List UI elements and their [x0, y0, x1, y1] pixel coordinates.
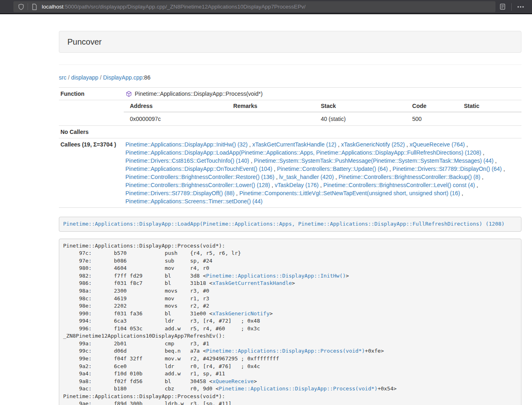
value-remarks	[227, 112, 315, 125]
callee-link[interactable]: xTaskGenericNotify (252)	[341, 141, 405, 148]
function-row: Function Pinetime::Applications::Display…	[59, 88, 521, 100]
header-divider	[59, 65, 521, 65]
function-info-table: Function Pinetime::Applications::Display…	[59, 87, 521, 208]
breadcrumb-separator: /	[68, 74, 70, 81]
callee-link[interactable]: vTaskDelay (176)	[275, 182, 319, 188]
function-name: Pinetime::Applications::DisplayApp::Proc…	[135, 90, 263, 98]
page-info-icon[interactable]	[32, 4, 37, 10]
snippet-link[interactable]: Pinetime::Applications::DisplayApp::Load…	[63, 221, 505, 227]
toolbar-actions	[495, 3, 528, 11]
asm-symbol-link[interactable]: xQueueReceive	[212, 378, 254, 384]
asm-symbol-link[interactable]: Pinetime::Applications::DisplayApp::Init…	[206, 273, 346, 279]
col-header-address: Address	[124, 100, 227, 112]
col-header-static: Static	[458, 100, 521, 112]
page-container: Puncover src / displayapp / DisplayApp.c…	[59, 31, 521, 405]
stats-value-row: 0x0000097c 40 (static) 500	[124, 112, 521, 125]
asm-symbol-link[interactable]: Pinetime::Applications::DisplayApp::Proc…	[206, 348, 365, 354]
function-row-label: Function	[59, 88, 124, 100]
url-text: localhost:5000/path/src/displayapp/Displ…	[42, 4, 306, 10]
breadcrumb: src / displayapp / DisplayApp.cpp:86	[59, 73, 521, 82]
col-header-remarks: Remarks	[227, 100, 315, 112]
overflow-menu-icon[interactable]	[513, 6, 528, 8]
app-title: Puncover	[59, 31, 521, 53]
url-path: :5000/path/src/displayapp/DisplayApp.cpp…	[63, 4, 306, 10]
callee-link[interactable]: Pinetime::Applications::Screens::Timer::…	[125, 198, 263, 205]
callers-label: No Callers	[59, 126, 124, 138]
asm-symbol-link[interactable]: xTaskGetCurrentTaskHandle	[212, 280, 292, 286]
callee-link[interactable]: lv_task_handler (420)	[279, 174, 334, 180]
callee-link[interactable]: Pinetime::Components::LittleVgl::SetNewT…	[239, 190, 460, 196]
shield-icon[interactable]	[18, 4, 24, 10]
callee-link[interactable]: Pinetime::Applications::DisplayApp::OnTo…	[125, 166, 272, 172]
callee-link[interactable]: xTaskGetCurrentTaskHandle (12)	[252, 141, 336, 148]
url-host: localhost	[42, 4, 63, 10]
urlbar-divider	[28, 3, 28, 10]
function-cube-icon	[126, 91, 132, 97]
col-header-stack: Stack	[314, 100, 406, 112]
breadcrumb-link-file[interactable]: DisplayApp.cpp	[103, 74, 142, 81]
stats-header-row: Address Remarks Stack Code Static	[124, 100, 521, 112]
snippet-box: Pinetime::Applications::DisplayApp::Load…	[59, 217, 521, 232]
value-static	[458, 112, 521, 125]
url-bar[interactable]: localhost:5000/path/src/displayapp/Displ…	[13, 1, 495, 12]
browser-toolbar: localhost:5000/path/src/displayapp/Displ…	[0, 0, 532, 14]
callee-link[interactable]: Pinetime::Drivers::St7789::DisplayOff() …	[125, 190, 235, 196]
reader-view-icon[interactable]	[495, 3, 510, 10]
callee-link[interactable]: Pinetime::Controllers::Battery::Update()…	[277, 166, 388, 172]
breadcrumb-link-src[interactable]: src	[59, 74, 67, 81]
callee-link[interactable]: Pinetime::Controllers::BrightnessControl…	[125, 174, 274, 180]
callee-link[interactable]: Pinetime::System::SystemTask::PushMessag…	[254, 157, 494, 164]
breadcrumb-line-number: :86	[142, 74, 150, 81]
asm-symbol-link[interactable]: Pinetime::Applications::DisplayApp::Proc…	[219, 386, 377, 392]
breadcrumb-link-displayapp[interactable]: displayapp	[71, 74, 98, 81]
callee-link[interactable]: Pinetime::Controllers::BrightnessControl…	[338, 174, 480, 180]
callee-link[interactable]: Pinetime::Controllers::BrightnessControl…	[125, 182, 270, 188]
callee-link[interactable]: Pinetime::Applications::DisplayApp::Load…	[125, 149, 481, 156]
col-header-code: Code	[406, 100, 458, 112]
callee-link[interactable]: Pinetime::Applications::DisplayApp::Init…	[125, 141, 248, 148]
callee-link[interactable]: xQueueReceive (764)	[409, 141, 465, 148]
callee-link[interactable]: Pinetime::Drivers::St7789::DisplayOn() (…	[392, 166, 502, 172]
callers-row: No Callers	[59, 126, 521, 138]
breadcrumb-separator: /	[100, 74, 101, 81]
function-stats-table: Address Remarks Stack Code Static 0x0000…	[124, 100, 521, 125]
callees-list: Pinetime::Applications::DisplayApp::Init…	[124, 138, 521, 208]
callees-row: Callees (19, Σ=3704 ) Pinetime::Applicat…	[59, 138, 521, 208]
value-stack: 40 (static)	[314, 112, 406, 125]
assembly-code: Pinetime::Applications::DisplayApp::Proc…	[59, 239, 521, 405]
value-code: 500	[406, 112, 458, 125]
asm-symbol-link[interactable]: xTaskGenericNotify	[212, 310, 269, 317]
callee-link[interactable]: Pinetime::Controllers::BrightnessControl…	[323, 182, 475, 188]
callees-label: Callees (19, Σ=3704 )	[59, 138, 124, 208]
value-address: 0x0000097c	[124, 112, 227, 125]
toolbar-divider	[511, 3, 512, 11]
function-stats-row: Address Remarks Stack Code Static 0x0000…	[59, 100, 521, 126]
callee-link[interactable]: Pinetime::Drivers::Cst816S::GetTouchInfo…	[125, 157, 249, 164]
